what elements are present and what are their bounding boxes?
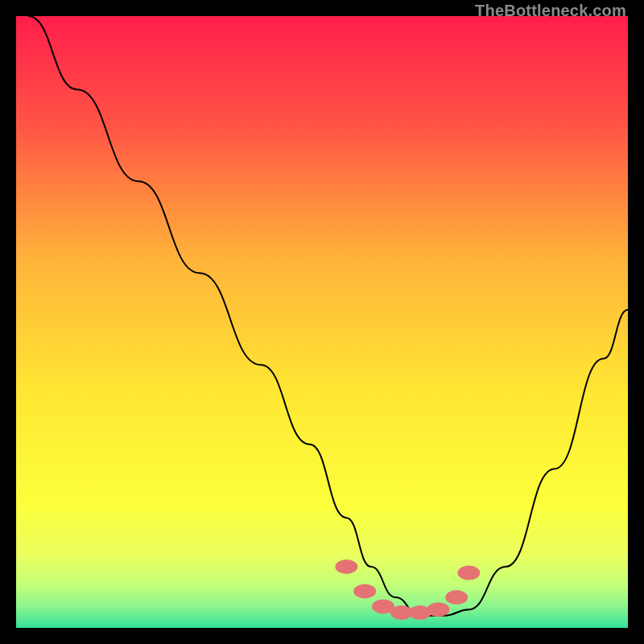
chart-frame (16, 16, 628, 628)
optimal-marker (445, 590, 468, 605)
optimal-marker (427, 602, 449, 617)
optimal-marker (353, 584, 376, 598)
watermark-text: TheBottleneck.com (475, 2, 626, 20)
chart-svg (16, 16, 628, 628)
optimal-marker (335, 559, 357, 574)
optimal-marker (457, 566, 480, 580)
chart-background (16, 16, 628, 628)
